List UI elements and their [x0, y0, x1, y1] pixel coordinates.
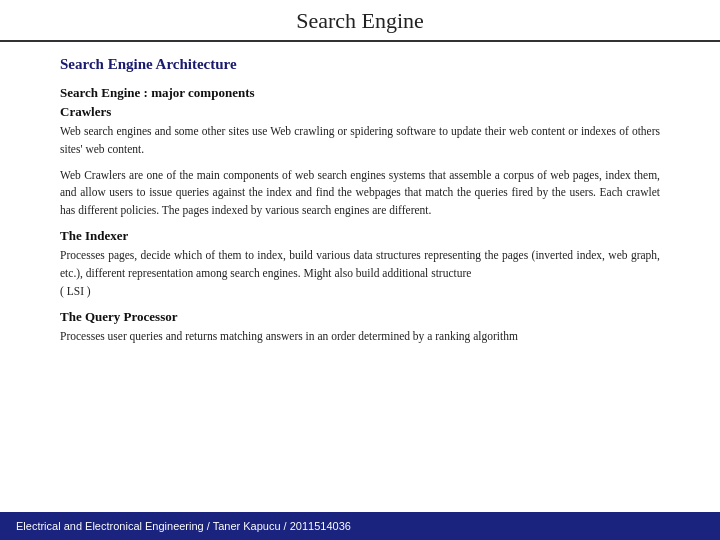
section-title: Search Engine Architecture [60, 56, 660, 73]
indexer-block: The Indexer Processes pages, decide whic… [60, 228, 660, 300]
indexer-text: Processes pages, decide which of them to… [60, 247, 660, 300]
crawlers-subtitle: Crawlers [60, 104, 660, 120]
footer-text: Electrical and Electronical Engineering … [16, 520, 351, 532]
page-header: Search Engine [0, 0, 720, 42]
query-processor-subtitle: The Query Processor [60, 309, 660, 325]
intro-subtitle: Search Engine : major components [60, 85, 660, 101]
query-processor-text: Processes user queries and returns match… [60, 328, 660, 346]
main-content: Search Engine Architecture Search Engine… [0, 42, 720, 512]
page-wrapper: Search Engine Search Engine Architecture… [0, 0, 720, 540]
query-processor-block: The Query Processor Processes user queri… [60, 309, 660, 346]
crawlers-block: Crawlers Web search engines and some oth… [60, 104, 660, 159]
indexer-subtitle: The Indexer [60, 228, 660, 244]
page-title: Search Engine [296, 8, 424, 33]
crawlers-detail-text: Web Crawlers are one of the main compone… [60, 167, 660, 220]
crawlers-text: Web search engines and some other sites … [60, 123, 660, 159]
footer: Electrical and Electronical Engineering … [0, 512, 720, 540]
intro-block: Search Engine : major components [60, 85, 660, 101]
crawlers-detail-block: Web Crawlers are one of the main compone… [60, 167, 660, 220]
